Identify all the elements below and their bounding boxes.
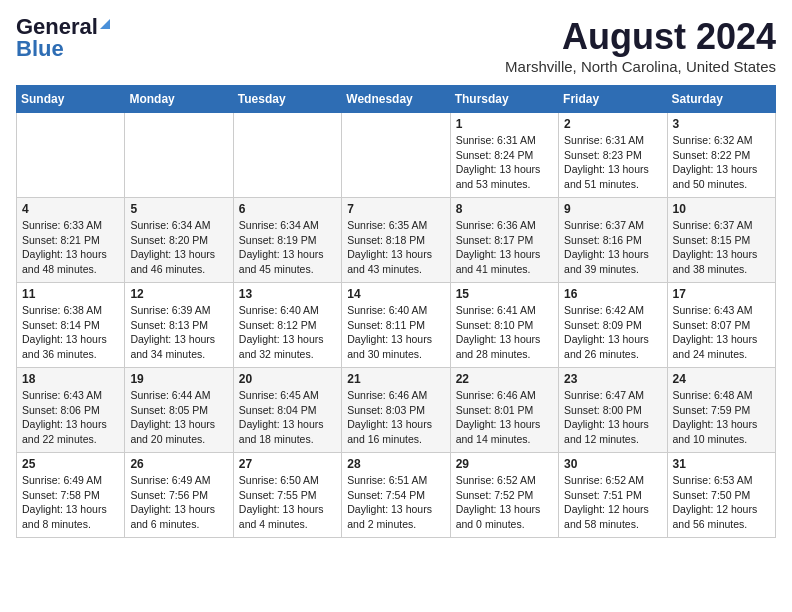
calendar-cell: 17Sunrise: 6:43 AM Sunset: 8:07 PM Dayli… bbox=[667, 283, 775, 368]
day-info: Sunrise: 6:37 AM Sunset: 8:15 PM Dayligh… bbox=[673, 218, 770, 277]
day-info: Sunrise: 6:53 AM Sunset: 7:50 PM Dayligh… bbox=[673, 473, 770, 532]
calendar-cell bbox=[342, 113, 450, 198]
day-number: 8 bbox=[456, 202, 553, 216]
calendar-cell: 3Sunrise: 6:32 AM Sunset: 8:22 PM Daylig… bbox=[667, 113, 775, 198]
calendar-cell: 2Sunrise: 6:31 AM Sunset: 8:23 PM Daylig… bbox=[559, 113, 667, 198]
day-info: Sunrise: 6:51 AM Sunset: 7:54 PM Dayligh… bbox=[347, 473, 444, 532]
day-number: 18 bbox=[22, 372, 119, 386]
day-number: 4 bbox=[22, 202, 119, 216]
day-number: 21 bbox=[347, 372, 444, 386]
logo-text: General bbox=[16, 16, 110, 38]
day-number: 10 bbox=[673, 202, 770, 216]
calendar-cell bbox=[233, 113, 341, 198]
weekday-header-saturday: Saturday bbox=[667, 86, 775, 113]
day-info: Sunrise: 6:40 AM Sunset: 8:11 PM Dayligh… bbox=[347, 303, 444, 362]
weekday-header-sunday: Sunday bbox=[17, 86, 125, 113]
day-info: Sunrise: 6:49 AM Sunset: 7:58 PM Dayligh… bbox=[22, 473, 119, 532]
logo: General Blue bbox=[16, 16, 110, 60]
day-number: 29 bbox=[456, 457, 553, 471]
day-number: 31 bbox=[673, 457, 770, 471]
calendar-cell: 26Sunrise: 6:49 AM Sunset: 7:56 PM Dayli… bbox=[125, 453, 233, 538]
calendar-cell: 14Sunrise: 6:40 AM Sunset: 8:11 PM Dayli… bbox=[342, 283, 450, 368]
day-info: Sunrise: 6:46 AM Sunset: 8:03 PM Dayligh… bbox=[347, 388, 444, 447]
calendar-table: SundayMondayTuesdayWednesdayThursdayFrid… bbox=[16, 85, 776, 538]
day-info: Sunrise: 6:47 AM Sunset: 8:00 PM Dayligh… bbox=[564, 388, 661, 447]
day-info: Sunrise: 6:42 AM Sunset: 8:09 PM Dayligh… bbox=[564, 303, 661, 362]
calendar-cell bbox=[125, 113, 233, 198]
day-number: 23 bbox=[564, 372, 661, 386]
day-info: Sunrise: 6:34 AM Sunset: 8:19 PM Dayligh… bbox=[239, 218, 336, 277]
calendar-cell: 29Sunrise: 6:52 AM Sunset: 7:52 PM Dayli… bbox=[450, 453, 558, 538]
calendar-cell: 13Sunrise: 6:40 AM Sunset: 8:12 PM Dayli… bbox=[233, 283, 341, 368]
calendar-week-row: 4Sunrise: 6:33 AM Sunset: 8:21 PM Daylig… bbox=[17, 198, 776, 283]
calendar-cell: 19Sunrise: 6:44 AM Sunset: 8:05 PM Dayli… bbox=[125, 368, 233, 453]
calendar-cell: 18Sunrise: 6:43 AM Sunset: 8:06 PM Dayli… bbox=[17, 368, 125, 453]
calendar-week-row: 18Sunrise: 6:43 AM Sunset: 8:06 PM Dayli… bbox=[17, 368, 776, 453]
day-info: Sunrise: 6:32 AM Sunset: 8:22 PM Dayligh… bbox=[673, 133, 770, 192]
day-info: Sunrise: 6:36 AM Sunset: 8:17 PM Dayligh… bbox=[456, 218, 553, 277]
day-info: Sunrise: 6:34 AM Sunset: 8:20 PM Dayligh… bbox=[130, 218, 227, 277]
page-header: General Blue August 2024 Marshville, Nor… bbox=[16, 16, 776, 75]
day-info: Sunrise: 6:45 AM Sunset: 8:04 PM Dayligh… bbox=[239, 388, 336, 447]
weekday-header-thursday: Thursday bbox=[450, 86, 558, 113]
calendar-cell: 6Sunrise: 6:34 AM Sunset: 8:19 PM Daylig… bbox=[233, 198, 341, 283]
calendar-week-row: 11Sunrise: 6:38 AM Sunset: 8:14 PM Dayli… bbox=[17, 283, 776, 368]
day-number: 16 bbox=[564, 287, 661, 301]
day-info: Sunrise: 6:43 AM Sunset: 8:06 PM Dayligh… bbox=[22, 388, 119, 447]
day-number: 25 bbox=[22, 457, 119, 471]
calendar-cell: 24Sunrise: 6:48 AM Sunset: 7:59 PM Dayli… bbox=[667, 368, 775, 453]
calendar-cell: 9Sunrise: 6:37 AM Sunset: 8:16 PM Daylig… bbox=[559, 198, 667, 283]
logo-blue: Blue bbox=[16, 38, 64, 60]
calendar-cell: 15Sunrise: 6:41 AM Sunset: 8:10 PM Dayli… bbox=[450, 283, 558, 368]
calendar-cell: 20Sunrise: 6:45 AM Sunset: 8:04 PM Dayli… bbox=[233, 368, 341, 453]
calendar-cell: 5Sunrise: 6:34 AM Sunset: 8:20 PM Daylig… bbox=[125, 198, 233, 283]
calendar-cell: 23Sunrise: 6:47 AM Sunset: 8:00 PM Dayli… bbox=[559, 368, 667, 453]
weekday-header-monday: Monday bbox=[125, 86, 233, 113]
day-info: Sunrise: 6:33 AM Sunset: 8:21 PM Dayligh… bbox=[22, 218, 119, 277]
day-number: 2 bbox=[564, 117, 661, 131]
day-info: Sunrise: 6:52 AM Sunset: 7:52 PM Dayligh… bbox=[456, 473, 553, 532]
day-number: 27 bbox=[239, 457, 336, 471]
day-info: Sunrise: 6:52 AM Sunset: 7:51 PM Dayligh… bbox=[564, 473, 661, 532]
day-info: Sunrise: 6:44 AM Sunset: 8:05 PM Dayligh… bbox=[130, 388, 227, 447]
day-info: Sunrise: 6:38 AM Sunset: 8:14 PM Dayligh… bbox=[22, 303, 119, 362]
day-number: 26 bbox=[130, 457, 227, 471]
calendar-week-row: 25Sunrise: 6:49 AM Sunset: 7:58 PM Dayli… bbox=[17, 453, 776, 538]
calendar-cell: 7Sunrise: 6:35 AM Sunset: 8:18 PM Daylig… bbox=[342, 198, 450, 283]
calendar-cell: 12Sunrise: 6:39 AM Sunset: 8:13 PM Dayli… bbox=[125, 283, 233, 368]
weekday-header-friday: Friday bbox=[559, 86, 667, 113]
day-number: 22 bbox=[456, 372, 553, 386]
day-info: Sunrise: 6:50 AM Sunset: 7:55 PM Dayligh… bbox=[239, 473, 336, 532]
day-number: 20 bbox=[239, 372, 336, 386]
calendar-cell: 31Sunrise: 6:53 AM Sunset: 7:50 PM Dayli… bbox=[667, 453, 775, 538]
day-number: 30 bbox=[564, 457, 661, 471]
calendar-cell: 8Sunrise: 6:36 AM Sunset: 8:17 PM Daylig… bbox=[450, 198, 558, 283]
day-number: 24 bbox=[673, 372, 770, 386]
calendar-cell bbox=[17, 113, 125, 198]
day-number: 7 bbox=[347, 202, 444, 216]
day-number: 6 bbox=[239, 202, 336, 216]
calendar-cell: 16Sunrise: 6:42 AM Sunset: 8:09 PM Dayli… bbox=[559, 283, 667, 368]
page-subtitle: Marshville, North Carolina, United State… bbox=[505, 58, 776, 75]
calendar-week-row: 1Sunrise: 6:31 AM Sunset: 8:24 PM Daylig… bbox=[17, 113, 776, 198]
day-number: 12 bbox=[130, 287, 227, 301]
day-number: 19 bbox=[130, 372, 227, 386]
title-block: August 2024 Marshville, North Carolina, … bbox=[505, 16, 776, 75]
weekday-header-wednesday: Wednesday bbox=[342, 86, 450, 113]
day-info: Sunrise: 6:41 AM Sunset: 8:10 PM Dayligh… bbox=[456, 303, 553, 362]
weekday-header-row: SundayMondayTuesdayWednesdayThursdayFrid… bbox=[17, 86, 776, 113]
day-info: Sunrise: 6:31 AM Sunset: 8:24 PM Dayligh… bbox=[456, 133, 553, 192]
day-info: Sunrise: 6:49 AM Sunset: 7:56 PM Dayligh… bbox=[130, 473, 227, 532]
day-info: Sunrise: 6:46 AM Sunset: 8:01 PM Dayligh… bbox=[456, 388, 553, 447]
day-number: 1 bbox=[456, 117, 553, 131]
day-info: Sunrise: 6:31 AM Sunset: 8:23 PM Dayligh… bbox=[564, 133, 661, 192]
day-info: Sunrise: 6:48 AM Sunset: 7:59 PM Dayligh… bbox=[673, 388, 770, 447]
day-info: Sunrise: 6:40 AM Sunset: 8:12 PM Dayligh… bbox=[239, 303, 336, 362]
page-title: August 2024 bbox=[505, 16, 776, 58]
day-number: 5 bbox=[130, 202, 227, 216]
day-info: Sunrise: 6:37 AM Sunset: 8:16 PM Dayligh… bbox=[564, 218, 661, 277]
calendar-cell: 21Sunrise: 6:46 AM Sunset: 8:03 PM Dayli… bbox=[342, 368, 450, 453]
day-number: 11 bbox=[22, 287, 119, 301]
calendar-cell: 27Sunrise: 6:50 AM Sunset: 7:55 PM Dayli… bbox=[233, 453, 341, 538]
calendar-cell: 25Sunrise: 6:49 AM Sunset: 7:58 PM Dayli… bbox=[17, 453, 125, 538]
